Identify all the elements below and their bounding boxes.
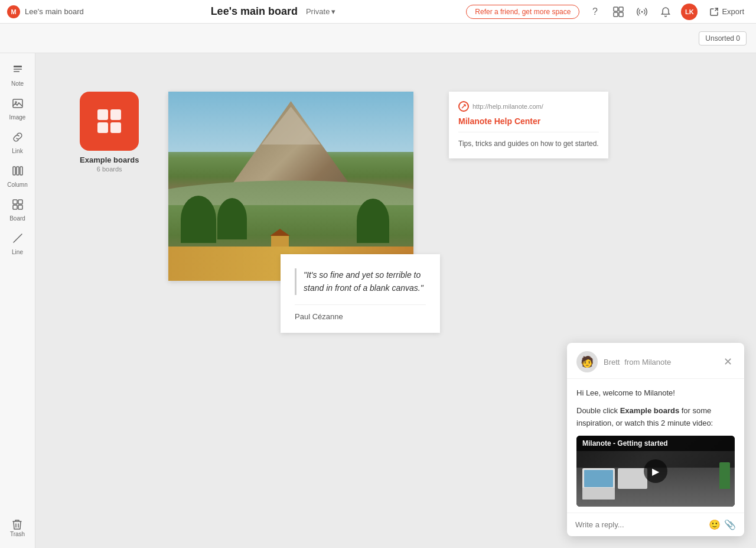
canvas: Example boards 6 boards "It's so fine an… xyxy=(35,53,756,548)
line-icon xyxy=(12,232,24,247)
example-boards-card[interactable]: Example boards 6 boards xyxy=(80,92,139,173)
column-label: Column xyxy=(7,181,27,188)
sidebar-trash[interactable]: Trash xyxy=(6,513,28,542)
sidebar-item-line[interactable]: Line xyxy=(2,228,33,260)
svg-rect-1 xyxy=(619,7,623,11)
svg-rect-20 xyxy=(97,122,108,133)
svg-rect-3 xyxy=(619,12,623,17)
svg-rect-19 xyxy=(110,109,121,120)
help-url-row: http://help.milanote.com/ xyxy=(458,101,599,112)
painting-card xyxy=(168,92,413,281)
signal-icon[interactable] xyxy=(634,4,650,20)
help-card: http://help.milanote.com/ Milanote Help … xyxy=(449,92,608,158)
svg-rect-7 xyxy=(14,71,19,72)
svg-line-17 xyxy=(14,234,22,242)
svg-rect-12 xyxy=(20,167,22,175)
board-card-icon xyxy=(80,92,139,151)
svg-rect-14 xyxy=(18,200,22,204)
chat-message-intro: Hi Lee, welcome to Milanote! xyxy=(576,387,735,400)
svg-point-4 xyxy=(641,11,643,12)
note-label: Note xyxy=(11,80,24,87)
help-card-title[interactable]: Milanote Help Center xyxy=(458,116,599,126)
svg-rect-6 xyxy=(14,69,22,70)
emoji-icon[interactable]: 🙂 xyxy=(709,519,721,530)
trash-icon xyxy=(11,518,24,531)
help-icon[interactable]: ? xyxy=(586,4,603,20)
link-label: Link xyxy=(12,148,22,154)
breadcrumb: Lee's main board xyxy=(25,7,84,16)
export-button[interactable]: Export xyxy=(705,5,749,18)
sidebar-item-board[interactable]: Board xyxy=(2,194,33,226)
svg-rect-0 xyxy=(614,7,618,11)
sidebar-item-note[interactable]: Note xyxy=(2,59,33,92)
column-icon xyxy=(12,165,24,180)
chat-reply-input[interactable] xyxy=(575,520,709,529)
chat-message-body: Double click Example boards for some ins… xyxy=(576,405,735,430)
svg-rect-16 xyxy=(18,205,22,209)
gallery-icon[interactable] xyxy=(610,4,627,20)
chat-footer-icons: 🙂 📎 xyxy=(709,519,736,530)
sidebar: Note Image Link Column Board Line T xyxy=(0,53,35,548)
svg-rect-15 xyxy=(13,205,17,209)
svg-rect-13 xyxy=(13,200,17,204)
chat-footer: 🙂 📎 xyxy=(567,513,744,536)
painting-image xyxy=(168,92,413,281)
quote-divider xyxy=(295,304,426,305)
video-thumbnail: Milanote - Getting started ▶ xyxy=(576,436,735,507)
chat-header: 🧑 Brett from Milanote ✕ xyxy=(567,343,744,379)
svg-rect-5 xyxy=(14,66,22,67)
refer-button[interactable]: Refer a friend, get more space xyxy=(466,5,579,19)
chat-close-button[interactable]: ✕ xyxy=(721,355,735,369)
chat-sender-name: Brett from Milanote xyxy=(604,357,671,367)
svg-rect-2 xyxy=(614,12,618,17)
svg-line-22 xyxy=(462,105,465,108)
sidebar-item-link[interactable]: Link xyxy=(2,127,33,159)
privacy-selector[interactable]: Private ▾ xyxy=(302,5,339,18)
boards-grid-icon xyxy=(94,106,124,136)
quote-author: Paul Cézanne xyxy=(295,312,426,321)
app-logo[interactable]: M xyxy=(7,5,20,18)
topbar-center: Lee's main board Private ▾ xyxy=(84,5,467,18)
note-icon xyxy=(12,64,24,79)
chat-sender-info: Brett from Milanote xyxy=(604,356,671,367)
help-card-description: Tips, tricks and guides on how to get st… xyxy=(458,138,599,149)
board-card-title: Example boards xyxy=(80,155,139,164)
sidebar-item-column[interactable]: Column xyxy=(2,160,33,193)
board-icon xyxy=(12,199,24,213)
svg-rect-10 xyxy=(13,167,15,175)
chat-avatar: 🧑 xyxy=(576,351,598,372)
topbar-actions: Refer a friend, get more space ? LK Expo… xyxy=(466,4,749,20)
sidebar-item-image[interactable]: Image xyxy=(2,93,33,125)
svg-rect-21 xyxy=(110,122,121,133)
user-avatar[interactable]: LK xyxy=(681,4,698,20)
help-url-icon xyxy=(458,101,469,112)
help-url-text: http://help.milanote.com/ xyxy=(472,103,543,110)
board-label: Board xyxy=(9,215,25,222)
svg-rect-18 xyxy=(97,109,108,120)
unsorted-button[interactable]: Unsorted 0 xyxy=(699,31,747,46)
board-card-subtitle: 6 boards xyxy=(97,166,122,173)
video-play-button[interactable]: ▶ xyxy=(644,459,667,483)
bell-icon[interactable] xyxy=(657,4,674,20)
page-title: Lee's main board xyxy=(211,5,298,18)
line-label: Line xyxy=(12,249,23,255)
quote-text: "It's so fine and yet so terrible to sta… xyxy=(295,268,426,295)
header-row: Unsorted 0 xyxy=(0,24,756,53)
image-label: Image xyxy=(9,114,26,121)
chat-popup: 🧑 Brett from Milanote ✕ Hi Lee, welcome … xyxy=(567,343,744,536)
svg-rect-8 xyxy=(13,99,22,108)
help-divider xyxy=(458,132,599,132)
trash-label: Trash xyxy=(10,531,25,537)
link-icon xyxy=(12,131,24,146)
chat-body: Hi Lee, welcome to Milanote! Double clic… xyxy=(567,379,744,513)
image-icon xyxy=(12,98,24,112)
attachment-icon[interactable]: 📎 xyxy=(724,519,736,530)
quote-card: "It's so fine and yet so terrible to sta… xyxy=(281,254,440,333)
video-title: Milanote - Getting started xyxy=(576,436,735,451)
svg-rect-11 xyxy=(17,167,19,175)
topbar: M Lee's main board Lee's main board Priv… xyxy=(0,0,756,24)
chat-video[interactable]: Milanote - Getting started ▶ xyxy=(576,436,735,507)
